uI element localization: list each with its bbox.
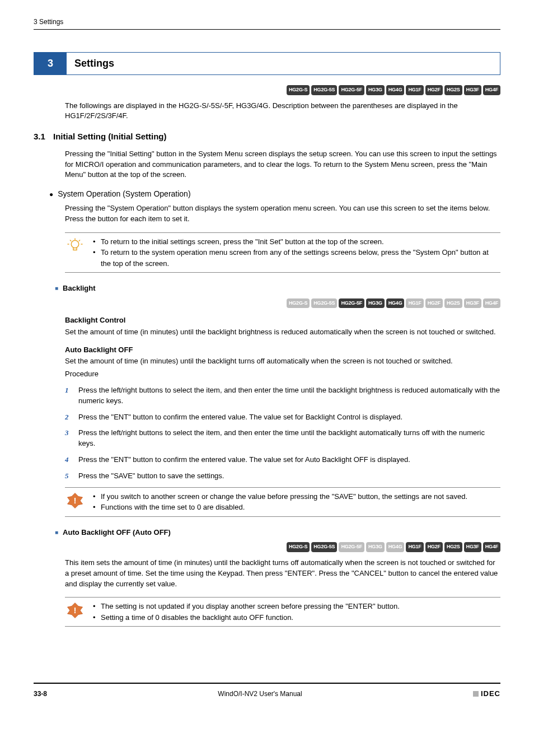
model-tag: HG3F: [464, 85, 481, 95]
tip-note-list: To return to the initial settings screen…: [93, 236, 500, 269]
step-number: 2: [65, 412, 69, 423]
subsection-heading: 3.1 Initial Setting (Initial Setting): [34, 130, 500, 143]
warning-icon: !: [65, 491, 85, 513]
section-heading: 3 Settings: [34, 52, 500, 75]
auto-backlight-off-term: Auto Backlight OFF: [65, 344, 500, 356]
model-tag: HG2G-5S: [311, 85, 337, 95]
tip-note: To return to the initial settings screen…: [65, 232, 500, 273]
model-tag: HG4F: [483, 542, 500, 552]
subsection-body: Pressing the "Initial Setting" button in…: [65, 149, 500, 181]
model-tag: HG3G: [366, 298, 385, 309]
model-tag: HG2G-5F: [339, 85, 364, 95]
manual-title: WindO/I-NV2 User's Manual: [47, 689, 473, 699]
system-operation-body: Pressing the "System Operation" button d…: [65, 203, 500, 225]
model-tag: HG4F: [483, 298, 500, 309]
model-tag: HG2G-5F: [339, 298, 364, 309]
subsection-number: 3.1: [34, 132, 45, 141]
model-tag: HG2G-5F: [339, 542, 364, 552]
procedure-label: Procedure: [65, 369, 500, 380]
step-number: 5: [65, 471, 69, 482]
auto-backlight-off-text: Set the amount of time (in minutes) unti…: [65, 356, 500, 367]
step-number: 3: [65, 428, 69, 438]
warning-note-1-list: If you switch to another screen or chang…: [93, 491, 500, 513]
model-tag: HG2G-5S: [311, 298, 337, 309]
list-item: To return to the initial settings screen…: [93, 236, 500, 248]
list-item: The setting is not updated if you displa…: [93, 601, 500, 612]
warning-note-2-list: The setting is not updated if you displa…: [93, 601, 500, 623]
model-tag: HG2G-S: [287, 85, 310, 95]
system-operation-heading: System Operation (System Operation): [49, 188, 500, 200]
warning-note-1: ! If you switch to another screen or cha…: [65, 487, 500, 517]
procedure-list: 1Press the left/right buttons to select …: [65, 385, 500, 482]
model-tag: HG3G: [366, 542, 385, 552]
list-item: To return to the system operation menu s…: [93, 247, 500, 269]
step-number: 1: [65, 385, 69, 396]
list-item: If you switch to another screen or chang…: [93, 491, 500, 502]
idec-logo: IDEC: [473, 688, 500, 699]
model-tag-row-1: HG2G-SHG2G-5SHG2G-5FHG3GHG4GHG1FHG2FHG2S…: [65, 85, 500, 95]
auto-off-body: This item sets the amount of time (in mi…: [65, 558, 500, 590]
svg-line-4: [70, 240, 71, 241]
page-number: 33-8: [34, 689, 47, 699]
model-tag: HG3F: [464, 298, 481, 309]
model-tag: HG4G: [386, 85, 405, 95]
procedure-step: 5Press the "SAVE" button to save the set…: [65, 471, 500, 482]
model-tag: HG2S: [444, 542, 462, 552]
model-tag: HG2F: [425, 298, 443, 309]
backlight-control-text: Set the amount of time (in minutes) unti…: [65, 327, 500, 338]
model-tag-row-3: HG2G-SHG2G-5SHG2G-5FHG3GHG4GHG1FHG2FHG2S…: [65, 542, 500, 552]
model-tag: HG2G-5S: [311, 542, 337, 552]
model-tag: HG3F: [464, 542, 481, 552]
model-tag-row-2: HG2G-SHG2G-5SHG2G-5FHG3GHG4GHG1FHG2FHG2S…: [65, 298, 500, 309]
model-tag: HG4F: [483, 85, 500, 95]
model-tag: HG1F: [406, 298, 423, 309]
backlight-control-term: Backlight Control: [65, 315, 500, 326]
logo-square-icon: [473, 691, 479, 697]
list-item: Setting a time of 0 disables the backlig…: [93, 612, 500, 623]
page-footer: 33-8 WindO/I-NV2 User's Manual IDEC: [34, 683, 500, 699]
lightbulb-icon: [65, 236, 85, 269]
model-tag: HG1F: [406, 85, 423, 95]
model-tag: HG2F: [425, 542, 443, 552]
intro-paragraph: The followings are displayed in the HG2G…: [65, 101, 500, 122]
svg-point-0: [71, 240, 79, 248]
step-number: 4: [65, 455, 69, 465]
backlight-heading: Backlight: [55, 283, 500, 294]
svg-text:!: !: [74, 606, 77, 615]
section-title: Settings: [67, 53, 500, 74]
procedure-step: 4Press the "ENT" button to confirm the e…: [65, 455, 500, 465]
procedure-step: 2Press the "ENT" button to confirm the e…: [65, 412, 500, 423]
model-tag: HG2G-S: [287, 298, 310, 309]
model-tag: HG4G: [386, 298, 405, 309]
warning-note-2: ! The setting is not updated if you disp…: [65, 597, 500, 627]
running-header: 3 Settings: [34, 17, 500, 27]
svg-line-5: [79, 240, 80, 241]
model-tag: HG1F: [406, 542, 423, 552]
header-rule: [34, 29, 500, 30]
model-tag: HG2G-S: [287, 542, 310, 552]
section-number: 3: [34, 53, 67, 74]
model-tag: HG3G: [366, 85, 385, 95]
warning-icon: !: [65, 601, 85, 623]
model-tag: HG2S: [444, 298, 462, 309]
model-tag: HG2S: [444, 85, 462, 95]
model-tag: HG2F: [425, 85, 443, 95]
model-tag: HG4G: [386, 542, 405, 552]
subsection-title: Initial Setting (Initial Setting): [53, 132, 167, 141]
svg-text:!: !: [74, 496, 77, 505]
list-item: Functions with the time set to 0 are dis…: [93, 502, 500, 513]
logo-text: IDEC: [481, 688, 500, 699]
procedure-step: 1Press the left/right buttons to select …: [65, 385, 500, 407]
auto-off-heading: Auto Backlight OFF (Auto OFF): [55, 527, 500, 538]
procedure-step: 3Press the left/right buttons to select …: [65, 428, 500, 449]
